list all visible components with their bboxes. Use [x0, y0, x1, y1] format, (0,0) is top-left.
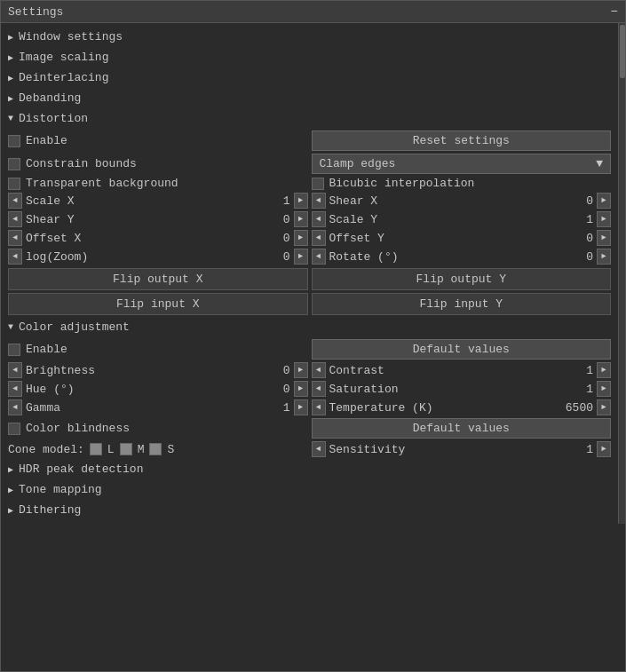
flip-output-y-button[interactable]: Flip output Y	[312, 268, 612, 290]
offset-y-col: ◄ Offset Y 0 ►	[312, 230, 612, 246]
flip-input-x-button[interactable]: Flip input X	[8, 293, 308, 315]
offset-x-col: ◄ Offset X 0 ►	[8, 230, 308, 246]
distortion-row-1: Enable Reset settings	[8, 130, 611, 151]
shear-x-decrement[interactable]: ◄	[312, 193, 326, 209]
scale-x-decrement[interactable]: ◄	[8, 193, 22, 209]
bicubic-label: Bicubic interpolation	[329, 177, 475, 190]
distortion-arrow-icon: ▼	[8, 114, 13, 123]
brightness-decrement[interactable]: ◄	[8, 362, 22, 378]
tone-arrow-icon: ▶	[8, 485, 13, 495]
scale-x-increment[interactable]: ►	[294, 193, 308, 209]
offset-x-label: Offset X	[26, 232, 262, 245]
shear-x-increment[interactable]: ►	[597, 193, 611, 209]
contrast-increment[interactable]: ►	[597, 362, 611, 378]
sidebar-item-window-settings[interactable]: ▶ Window settings	[1, 27, 618, 47]
saturation-col: ◄ Saturation 1 ►	[312, 381, 612, 397]
shear-y-decrement[interactable]: ◄	[8, 211, 22, 227]
gamma-increment[interactable]: ►	[294, 399, 308, 415]
offset-y-increment[interactable]: ►	[597, 230, 611, 246]
shear-y-increment[interactable]: ►	[294, 211, 308, 227]
scale-x-col: ◄ Scale X 1 ►	[8, 193, 308, 209]
color-adj-default-values-button[interactable]: Default values	[312, 339, 612, 360]
color-blindness-label: Color blindness	[26, 422, 130, 435]
sidebar-item-deinterlacing[interactable]: ▶ Deinterlacing	[1, 67, 618, 88]
hdr-label: HDR peak detection	[19, 462, 143, 476]
cone-l-swatch[interactable]	[90, 443, 102, 455]
color-adj-enable-label: Enable	[26, 343, 67, 356]
sidebar-item-dithering[interactable]: ▶ Dithering	[1, 500, 618, 520]
flip-output-x-button[interactable]: Flip output X	[8, 268, 308, 290]
offset-x-increment[interactable]: ►	[294, 230, 308, 246]
offset-x-value: 0	[265, 232, 290, 245]
distortion-enable-col: Enable	[8, 130, 308, 151]
bicubic-checkbox[interactable]	[312, 178, 324, 190]
title-bar: Settings −	[1, 1, 625, 23]
offset-x-decrement[interactable]: ◄	[8, 230, 22, 246]
arrow-icon: ▶	[8, 32, 13, 43]
rotate-decrement[interactable]: ◄	[312, 249, 326, 265]
sidebar-item-tone-mapping[interactable]: ▶ Tone mapping	[1, 479, 618, 500]
hue-decrement[interactable]: ◄	[8, 381, 22, 397]
content-area: ▶ Window settings ▶ Image scaling ▶ Dein…	[1, 23, 618, 524]
dither-label: Dithering	[19, 503, 81, 517]
color-adj-row-1: Enable Default values	[8, 339, 611, 360]
color-adj-label: Color adjustment	[19, 320, 130, 334]
log-zoom-decrement[interactable]: ◄	[8, 249, 22, 265]
cone-s-swatch[interactable]	[149, 443, 162, 455]
saturation-label: Saturation	[329, 383, 566, 396]
temperature-decrement[interactable]: ◄	[312, 399, 326, 415]
sidebar-item-image-scaling[interactable]: ▶ Image scaling	[1, 47, 618, 67]
main-content: ▶ Window settings ▶ Image scaling ▶ Dein…	[1, 23, 618, 524]
hue-increment[interactable]: ►	[294, 381, 308, 397]
shear-x-col: ◄ Shear X 0 ►	[312, 193, 612, 209]
offset-y-decrement[interactable]: ◄	[312, 230, 326, 246]
constrain-col: Constrain bounds	[8, 154, 308, 174]
scale-y-increment[interactable]: ►	[597, 211, 611, 227]
color-blindness-col: Color blindness	[8, 418, 308, 439]
contrast-decrement[interactable]: ◄	[312, 362, 326, 378]
sidebar-item-distortion[interactable]: ▼ Distortion	[1, 108, 618, 129]
spinner-row-1: ◄ Scale X 1 ► ◄ Shear X 0 ►	[8, 193, 611, 209]
sensitivity-decrement[interactable]: ◄	[312, 441, 326, 457]
flip-input-y-col: Flip input Y	[312, 293, 612, 315]
log-zoom-label: log(Zoom)	[26, 250, 262, 264]
log-zoom-value: 0	[265, 250, 290, 264]
sidebar-item-color-adjustment[interactable]: ▼ Color adjustment	[1, 317, 618, 337]
reset-settings-button[interactable]: Reset settings	[312, 130, 612, 151]
gamma-decrement[interactable]: ◄	[8, 399, 22, 415]
brightness-contrast-row: ◄ Brightness 0 ► ◄ Contrast 1 ►	[8, 362, 611, 378]
distortion-row-3: Transparent background Bicubic interpola…	[8, 177, 611, 190]
log-zoom-increment[interactable]: ►	[294, 249, 308, 265]
color-blindness-default-values-button[interactable]: Default values	[312, 418, 612, 439]
scrollbar[interactable]	[618, 23, 625, 524]
clamp-edges-dropdown[interactable]: Clamp edges ▼	[312, 154, 612, 174]
saturation-decrement[interactable]: ◄	[312, 381, 326, 397]
shear-x-value: 0	[568, 194, 593, 208]
scale-y-decrement[interactable]: ◄	[312, 211, 326, 227]
sensitivity-increment[interactable]: ►	[597, 441, 611, 457]
hue-label: Hue (°)	[26, 383, 262, 396]
close-button[interactable]: −	[611, 4, 618, 19]
saturation-increment[interactable]: ►	[597, 381, 611, 397]
sidebar-item-hdr-peak[interactable]: ▶ HDR peak detection	[1, 459, 618, 479]
color-adjustment-content: Enable Default values ◄ Brightness 0 ►	[1, 337, 618, 459]
distortion-enable-checkbox[interactable]	[8, 135, 20, 147]
rotate-increment[interactable]: ►	[597, 249, 611, 265]
cone-m-swatch[interactable]	[120, 443, 132, 455]
distortion-label: Distortion	[19, 112, 88, 125]
sidebar-item-debanding[interactable]: ▶ Debanding	[1, 88, 618, 108]
brightness-increment[interactable]: ►	[294, 362, 308, 378]
cone-s-label: S	[167, 443, 174, 456]
contrast-value: 1	[568, 364, 593, 377]
temperature-increment[interactable]: ►	[597, 399, 611, 415]
transparent-bg-checkbox[interactable]	[8, 178, 20, 190]
color-blindness-checkbox[interactable]	[8, 423, 20, 435]
scrollbar-thumb[interactable]	[620, 25, 625, 78]
distortion-row-2: Constrain bounds Clamp edges ▼	[8, 154, 611, 174]
cone-m-label: M	[138, 443, 145, 456]
flip-input-y-button[interactable]: Flip input Y	[312, 293, 612, 315]
hue-col: ◄ Hue (°) 0 ►	[8, 381, 308, 397]
scale-y-label: Scale Y	[329, 213, 566, 226]
color-adj-enable-checkbox[interactable]	[8, 344, 20, 356]
constrain-bounds-checkbox[interactable]	[8, 158, 20, 170]
